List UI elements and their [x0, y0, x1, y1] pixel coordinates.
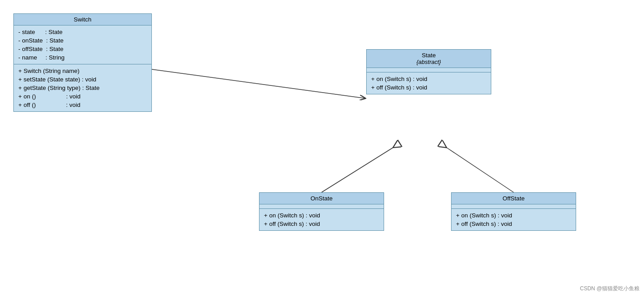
onstate-class: OnState + on (Switch s) : void + off (Sw…	[259, 192, 384, 231]
switch-method-5: + off () : void	[18, 101, 147, 109]
onstate-method-2: + off (Switch s) : void	[264, 220, 379, 228]
switch-class-header: Switch	[14, 14, 151, 25]
state-methods-section: + on (Switch s) : void + off (Switch s) …	[367, 72, 491, 94]
switch-attr-4: - name : String	[18, 53, 147, 62]
state-method-1: + on (Switch s) : void	[371, 75, 486, 83]
onstate-attributes-section	[259, 204, 384, 209]
onstate-methods-section: + on (Switch s) : void + off (Switch s) …	[259, 209, 384, 230]
svg-line-0	[152, 69, 366, 98]
svg-line-1	[322, 148, 393, 192]
state-class: State {abstract} + on (Switch s) : void …	[366, 49, 491, 94]
state-method-2: + off (Switch s) : void	[371, 83, 486, 92]
offstate-method-1: + on (Switch s) : void	[456, 211, 571, 220]
state-class-subtitle: {abstract}	[371, 59, 486, 65]
switch-class-title: Switch	[74, 16, 92, 23]
onstate-class-title: OnState	[310, 195, 333, 202]
switch-attr-2: - onState : State	[18, 36, 147, 45]
offstate-methods-section: + on (Switch s) : void + off (Switch s) …	[452, 209, 576, 230]
state-class-header: State {abstract}	[367, 50, 491, 68]
offstate-attributes-section	[452, 204, 576, 209]
switch-attr-1: - state : State	[18, 28, 147, 36]
switch-methods-section: + Switch (String name) + setState (State…	[14, 64, 151, 111]
switch-class: Switch - state : State - onState : State…	[13, 13, 152, 112]
state-attributes-section	[367, 68, 491, 72]
switch-method-3: + getState (String type) : State	[18, 84, 147, 92]
switch-method-4: + on () : void	[18, 92, 147, 101]
switch-attr-3: - offState : State	[18, 45, 147, 53]
watermark: CSDN @猫猫爱吃小鱼粮	[580, 285, 640, 293]
onstate-class-header: OnState	[259, 193, 384, 204]
switch-attributes-section: - state : State - onState : State - offS…	[14, 25, 151, 64]
offstate-class-title: OffState	[502, 195, 524, 202]
state-class-title: State	[371, 52, 486, 59]
onstate-method-1: + on (Switch s) : void	[264, 211, 379, 220]
switch-method-2: + setState (State state) : void	[18, 75, 147, 84]
offstate-method-2: + off (Switch s) : void	[456, 220, 571, 228]
diagram-container: Switch - state : State - onState : State…	[0, 0, 644, 297]
offstate-class: OffState + on (Switch s) : void + off (S…	[451, 192, 576, 231]
offstate-class-header: OffState	[452, 193, 576, 204]
svg-line-2	[447, 148, 514, 192]
switch-method-1: + Switch (String name)	[18, 67, 147, 75]
